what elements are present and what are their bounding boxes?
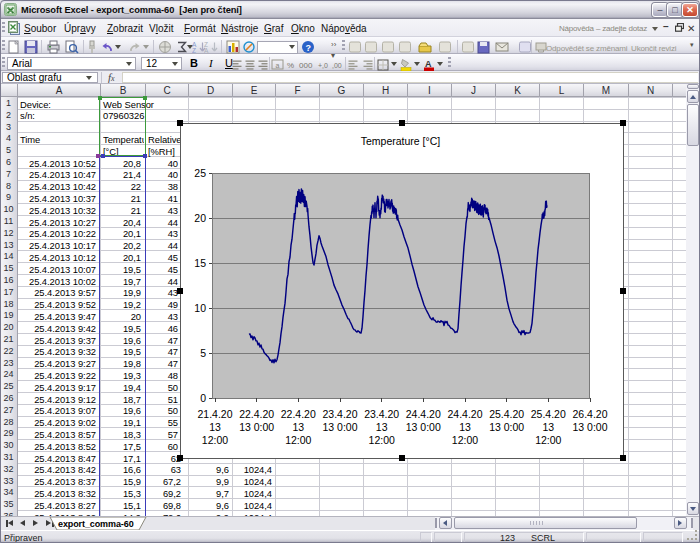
- svg-text:25.4.20: 25.4.20: [489, 408, 524, 420]
- svg-text:13: 13: [292, 421, 304, 433]
- svg-text:13 0:00: 13 0:00: [489, 421, 524, 433]
- svg-text:Temperature [°C]: Temperature [°C]: [361, 135, 441, 147]
- svg-text:13 0:00: 13 0:00: [322, 421, 357, 433]
- svg-text:21.4.20: 21.4.20: [197, 408, 232, 420]
- svg-text:13: 13: [459, 421, 471, 433]
- svg-text:25.4.20: 25.4.20: [531, 408, 566, 420]
- svg-text:26.4.20: 26.4.20: [572, 408, 607, 420]
- svg-text:0: 0: [200, 392, 206, 404]
- svg-text:10: 10: [194, 302, 206, 314]
- svg-text:13: 13: [542, 421, 554, 433]
- svg-text:15: 15: [194, 257, 206, 269]
- svg-text:22.4.20: 22.4.20: [281, 408, 316, 420]
- svg-text:25: 25: [194, 167, 206, 179]
- svg-text:20: 20: [194, 212, 206, 224]
- svg-text:13 0:00: 13 0:00: [239, 421, 274, 433]
- svg-text:12:00: 12:00: [452, 434, 478, 446]
- svg-text:a: a: [276, 61, 280, 68]
- svg-text:13 0:00: 13 0:00: [572, 421, 607, 433]
- svg-text:12:00: 12:00: [369, 434, 395, 446]
- svg-text:24.4.20: 24.4.20: [406, 408, 441, 420]
- svg-text:22.4.20: 22.4.20: [239, 408, 274, 420]
- svg-text:12:00: 12:00: [202, 434, 228, 446]
- svg-text:12:00: 12:00: [535, 434, 561, 446]
- svg-text:13: 13: [209, 421, 221, 433]
- svg-text:5: 5: [200, 347, 206, 359]
- svg-text:?: ?: [306, 42, 312, 52]
- svg-text:12:00: 12:00: [285, 434, 311, 446]
- svg-text:23.4.20: 23.4.20: [364, 408, 399, 420]
- svg-text:A: A: [204, 47, 209, 54]
- svg-text:13: 13: [376, 421, 388, 433]
- svg-text:Z: Z: [192, 47, 196, 54]
- svg-text:13 0:00: 13 0:00: [406, 421, 441, 433]
- svg-text:23.4.20: 23.4.20: [322, 408, 357, 420]
- svg-text:24.4.20: 24.4.20: [447, 408, 482, 420]
